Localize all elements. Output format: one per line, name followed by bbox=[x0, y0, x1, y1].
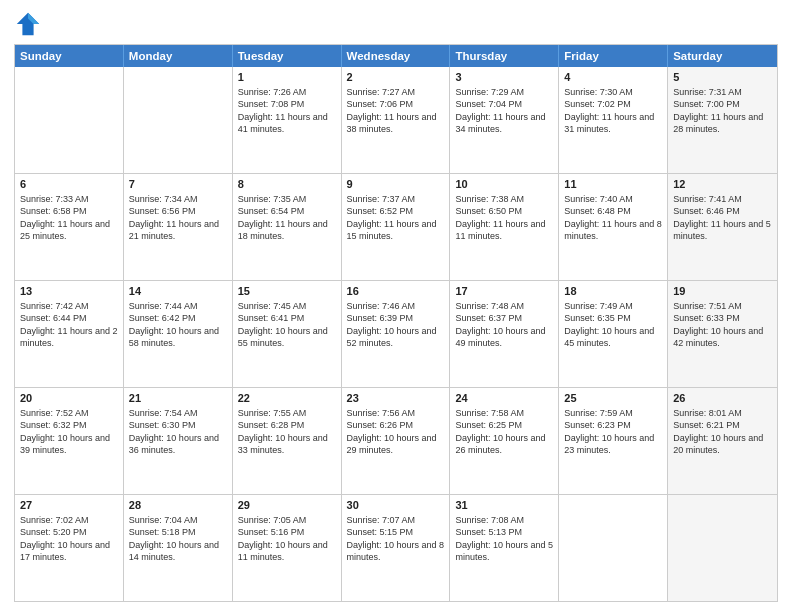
day-cell-18: 18Sunrise: 7:49 AMSunset: 6:35 PMDayligh… bbox=[559, 281, 668, 387]
calendar-row-2: 6Sunrise: 7:33 AMSunset: 6:58 PMDaylight… bbox=[15, 173, 777, 280]
header bbox=[14, 10, 778, 38]
day-info: Sunrise: 7:08 AMSunset: 5:13 PMDaylight:… bbox=[455, 514, 553, 564]
day-info: Sunrise: 7:44 AMSunset: 6:42 PMDaylight:… bbox=[129, 300, 227, 350]
day-number: 10 bbox=[455, 177, 553, 192]
day-cell-10: 10Sunrise: 7:38 AMSunset: 6:50 PMDayligh… bbox=[450, 174, 559, 280]
day-number: 8 bbox=[238, 177, 336, 192]
logo-icon bbox=[14, 10, 42, 38]
day-number: 30 bbox=[347, 498, 445, 513]
day-info: Sunrise: 7:55 AMSunset: 6:28 PMDaylight:… bbox=[238, 407, 336, 457]
day-cell-14: 14Sunrise: 7:44 AMSunset: 6:42 PMDayligh… bbox=[124, 281, 233, 387]
day-info: Sunrise: 7:04 AMSunset: 5:18 PMDaylight:… bbox=[129, 514, 227, 564]
day-number: 28 bbox=[129, 498, 227, 513]
day-cell-27: 27Sunrise: 7:02 AMSunset: 5:20 PMDayligh… bbox=[15, 495, 124, 601]
day-number: 2 bbox=[347, 70, 445, 85]
day-info: Sunrise: 7:35 AMSunset: 6:54 PMDaylight:… bbox=[238, 193, 336, 243]
day-cell-30: 30Sunrise: 7:07 AMSunset: 5:15 PMDayligh… bbox=[342, 495, 451, 601]
day-number: 25 bbox=[564, 391, 662, 406]
day-number: 27 bbox=[20, 498, 118, 513]
day-cell-3: 3Sunrise: 7:29 AMSunset: 7:04 PMDaylight… bbox=[450, 67, 559, 173]
day-info: Sunrise: 7:31 AMSunset: 7:00 PMDaylight:… bbox=[673, 86, 772, 136]
day-cell-8: 8Sunrise: 7:35 AMSunset: 6:54 PMDaylight… bbox=[233, 174, 342, 280]
day-cell-26: 26Sunrise: 8:01 AMSunset: 6:21 PMDayligh… bbox=[668, 388, 777, 494]
day-info: Sunrise: 7:59 AMSunset: 6:23 PMDaylight:… bbox=[564, 407, 662, 457]
empty-cell bbox=[124, 67, 233, 173]
day-number: 3 bbox=[455, 70, 553, 85]
day-info: Sunrise: 7:40 AMSunset: 6:48 PMDaylight:… bbox=[564, 193, 662, 243]
day-cell-29: 29Sunrise: 7:05 AMSunset: 5:16 PMDayligh… bbox=[233, 495, 342, 601]
header-day-wednesday: Wednesday bbox=[342, 45, 451, 67]
empty-cell bbox=[15, 67, 124, 173]
day-info: Sunrise: 7:41 AMSunset: 6:46 PMDaylight:… bbox=[673, 193, 772, 243]
day-cell-13: 13Sunrise: 7:42 AMSunset: 6:44 PMDayligh… bbox=[15, 281, 124, 387]
day-number: 13 bbox=[20, 284, 118, 299]
day-info: Sunrise: 7:52 AMSunset: 6:32 PMDaylight:… bbox=[20, 407, 118, 457]
empty-cell bbox=[668, 495, 777, 601]
day-cell-5: 5Sunrise: 7:31 AMSunset: 7:00 PMDaylight… bbox=[668, 67, 777, 173]
day-info: Sunrise: 7:54 AMSunset: 6:30 PMDaylight:… bbox=[129, 407, 227, 457]
day-info: Sunrise: 7:29 AMSunset: 7:04 PMDaylight:… bbox=[455, 86, 553, 136]
day-cell-11: 11Sunrise: 7:40 AMSunset: 6:48 PMDayligh… bbox=[559, 174, 668, 280]
day-info: Sunrise: 7:49 AMSunset: 6:35 PMDaylight:… bbox=[564, 300, 662, 350]
day-cell-2: 2Sunrise: 7:27 AMSunset: 7:06 PMDaylight… bbox=[342, 67, 451, 173]
day-cell-16: 16Sunrise: 7:46 AMSunset: 6:39 PMDayligh… bbox=[342, 281, 451, 387]
day-cell-12: 12Sunrise: 7:41 AMSunset: 6:46 PMDayligh… bbox=[668, 174, 777, 280]
day-number: 26 bbox=[673, 391, 772, 406]
day-number: 20 bbox=[20, 391, 118, 406]
calendar-body: 1Sunrise: 7:26 AMSunset: 7:08 PMDaylight… bbox=[15, 67, 777, 601]
day-number: 17 bbox=[455, 284, 553, 299]
day-number: 24 bbox=[455, 391, 553, 406]
day-info: Sunrise: 7:34 AMSunset: 6:56 PMDaylight:… bbox=[129, 193, 227, 243]
day-number: 21 bbox=[129, 391, 227, 406]
header-day-sunday: Sunday bbox=[15, 45, 124, 67]
day-cell-1: 1Sunrise: 7:26 AMSunset: 7:08 PMDaylight… bbox=[233, 67, 342, 173]
calendar-row-4: 20Sunrise: 7:52 AMSunset: 6:32 PMDayligh… bbox=[15, 387, 777, 494]
day-info: Sunrise: 8:01 AMSunset: 6:21 PMDaylight:… bbox=[673, 407, 772, 457]
day-cell-7: 7Sunrise: 7:34 AMSunset: 6:56 PMDaylight… bbox=[124, 174, 233, 280]
day-cell-9: 9Sunrise: 7:37 AMSunset: 6:52 PMDaylight… bbox=[342, 174, 451, 280]
day-info: Sunrise: 7:58 AMSunset: 6:25 PMDaylight:… bbox=[455, 407, 553, 457]
day-cell-4: 4Sunrise: 7:30 AMSunset: 7:02 PMDaylight… bbox=[559, 67, 668, 173]
day-cell-23: 23Sunrise: 7:56 AMSunset: 6:26 PMDayligh… bbox=[342, 388, 451, 494]
day-cell-19: 19Sunrise: 7:51 AMSunset: 6:33 PMDayligh… bbox=[668, 281, 777, 387]
calendar-header: SundayMondayTuesdayWednesdayThursdayFrid… bbox=[15, 45, 777, 67]
day-number: 5 bbox=[673, 70, 772, 85]
day-info: Sunrise: 7:42 AMSunset: 6:44 PMDaylight:… bbox=[20, 300, 118, 350]
day-number: 31 bbox=[455, 498, 553, 513]
day-info: Sunrise: 7:33 AMSunset: 6:58 PMDaylight:… bbox=[20, 193, 118, 243]
day-info: Sunrise: 7:05 AMSunset: 5:16 PMDaylight:… bbox=[238, 514, 336, 564]
header-day-tuesday: Tuesday bbox=[233, 45, 342, 67]
day-number: 23 bbox=[347, 391, 445, 406]
day-cell-15: 15Sunrise: 7:45 AMSunset: 6:41 PMDayligh… bbox=[233, 281, 342, 387]
calendar-row-3: 13Sunrise: 7:42 AMSunset: 6:44 PMDayligh… bbox=[15, 280, 777, 387]
day-number: 16 bbox=[347, 284, 445, 299]
day-cell-17: 17Sunrise: 7:48 AMSunset: 6:37 PMDayligh… bbox=[450, 281, 559, 387]
day-info: Sunrise: 7:45 AMSunset: 6:41 PMDaylight:… bbox=[238, 300, 336, 350]
day-number: 15 bbox=[238, 284, 336, 299]
day-info: Sunrise: 7:46 AMSunset: 6:39 PMDaylight:… bbox=[347, 300, 445, 350]
header-day-monday: Monday bbox=[124, 45, 233, 67]
day-number: 22 bbox=[238, 391, 336, 406]
empty-cell bbox=[559, 495, 668, 601]
calendar-row-1: 1Sunrise: 7:26 AMSunset: 7:08 PMDaylight… bbox=[15, 67, 777, 173]
day-number: 18 bbox=[564, 284, 662, 299]
day-cell-28: 28Sunrise: 7:04 AMSunset: 5:18 PMDayligh… bbox=[124, 495, 233, 601]
day-cell-22: 22Sunrise: 7:55 AMSunset: 6:28 PMDayligh… bbox=[233, 388, 342, 494]
day-number: 14 bbox=[129, 284, 227, 299]
calendar: SundayMondayTuesdayWednesdayThursdayFrid… bbox=[14, 44, 778, 602]
day-info: Sunrise: 7:27 AMSunset: 7:06 PMDaylight:… bbox=[347, 86, 445, 136]
day-cell-20: 20Sunrise: 7:52 AMSunset: 6:32 PMDayligh… bbox=[15, 388, 124, 494]
day-info: Sunrise: 7:51 AMSunset: 6:33 PMDaylight:… bbox=[673, 300, 772, 350]
day-info: Sunrise: 7:48 AMSunset: 6:37 PMDaylight:… bbox=[455, 300, 553, 350]
day-info: Sunrise: 7:30 AMSunset: 7:02 PMDaylight:… bbox=[564, 86, 662, 136]
day-number: 1 bbox=[238, 70, 336, 85]
calendar-row-5: 27Sunrise: 7:02 AMSunset: 5:20 PMDayligh… bbox=[15, 494, 777, 601]
day-info: Sunrise: 7:37 AMSunset: 6:52 PMDaylight:… bbox=[347, 193, 445, 243]
day-number: 19 bbox=[673, 284, 772, 299]
day-number: 29 bbox=[238, 498, 336, 513]
logo bbox=[14, 10, 46, 38]
header-day-thursday: Thursday bbox=[450, 45, 559, 67]
day-cell-31: 31Sunrise: 7:08 AMSunset: 5:13 PMDayligh… bbox=[450, 495, 559, 601]
day-cell-21: 21Sunrise: 7:54 AMSunset: 6:30 PMDayligh… bbox=[124, 388, 233, 494]
day-info: Sunrise: 7:38 AMSunset: 6:50 PMDaylight:… bbox=[455, 193, 553, 243]
